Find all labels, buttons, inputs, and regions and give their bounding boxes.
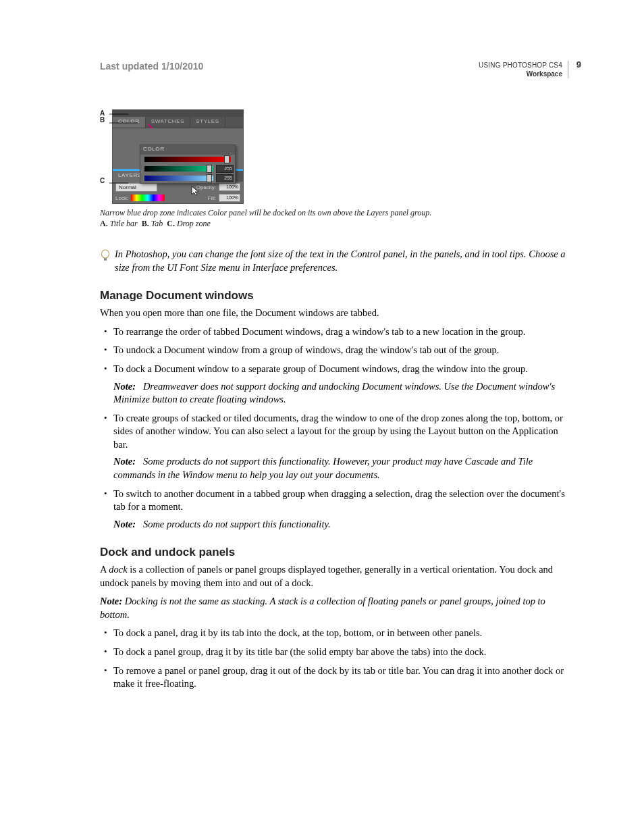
svg-marker-5 (192, 186, 198, 195)
note-label: Note: (113, 456, 136, 467)
list-item-text: To switch to another document in a tabbe… (113, 488, 565, 513)
legend-c-key: C. (167, 219, 175, 228)
section2-list: To dock a panel, drag it by its tab into… (100, 627, 568, 690)
opacity-value: 100% (219, 183, 240, 191)
slider-r (144, 157, 231, 162)
tab-styles: STYLES (190, 117, 225, 128)
floating-panel-title: COLOR (140, 145, 235, 155)
note-label: Note: (113, 519, 136, 529)
cursor-icon (190, 185, 201, 196)
list-item: To rearrange the order of tabbed Documen… (100, 325, 568, 339)
list-item: To create groups of stacked or tiled doc… (100, 412, 568, 482)
panel1-tabs: COLOR SWATCHES STYLES (113, 117, 243, 128)
tab-color: COLOR (113, 117, 146, 128)
tab-swatches: SWATCHES (146, 117, 191, 128)
caption-text: Narrow blue drop zone indicates Color pa… (100, 208, 568, 219)
section1-list: To rearrange the order of tabbed Documen… (100, 325, 568, 531)
figure-callouts: A B C (100, 109, 112, 184)
callout-a: A (100, 109, 112, 116)
blend-mode-select: Normal (115, 183, 157, 192)
layers-lock-row: Lock: Fill: 100% (113, 192, 243, 203)
slider-row-g: 255 (140, 164, 235, 174)
section1-intro: When you open more than one file, the Do… (100, 307, 568, 320)
slider-thumb (207, 165, 212, 173)
slider-b (144, 176, 213, 181)
callout-b: B (100, 116, 112, 177)
lock-label: Lock: (115, 195, 128, 201)
page-header: Last updated 1/10/2010 USING PHOTOSHOP C… (100, 61, 568, 78)
header-doc-title: USING PHOTOSHOP CS4 Workspace 9 (479, 61, 568, 78)
header-doc-line1: USING PHOTOSHOP CS4 (479, 61, 562, 70)
list-item-text: To dock a Document window to a separate … (113, 363, 528, 374)
figure-caption: Narrow blue drop zone indicates Color pa… (100, 208, 568, 229)
note-label: Note: (113, 381, 136, 392)
header-doc-line2: Workspace (479, 70, 562, 78)
note-body: Some products do not support this functi… (143, 519, 331, 529)
note-body: Some products do not support this functi… (113, 456, 533, 480)
panel1-body: COLOR 255 255 (113, 128, 243, 169)
slider-value: 255 (216, 165, 234, 173)
intro-post: is a collection of panels or panel group… (100, 564, 553, 588)
fill-label: Fill: (208, 195, 216, 201)
panel-titlebar (113, 110, 243, 117)
list-item: To dock a panel, drag it by its tab into… (100, 627, 568, 640)
fill-value: 100% (219, 194, 240, 202)
note-body: Dreamweaver does not support docking and… (113, 381, 555, 405)
note: Note: Docking is not the same as stackin… (100, 595, 568, 621)
section2-intro: A dock is a collection of panels or pane… (100, 563, 568, 590)
page: Last updated 1/10/2010 USING PHOTOSHOP C… (0, 0, 644, 834)
note: Note: Some products do not support this … (113, 518, 568, 531)
note: Note: Dreamweaver does not support docki… (113, 380, 568, 407)
slider-row-b: 255 (140, 174, 235, 183)
list-item: To switch to another document in a tabbe… (100, 488, 568, 531)
slider-value: 255 (216, 174, 234, 182)
legend-c-text: Drop zone (177, 219, 211, 228)
tip-text: In Photoshop, you can change the font si… (115, 248, 568, 274)
legend-a-text: Title bar (110, 219, 138, 228)
slider-row-r (140, 155, 235, 164)
figure-legend: A. Title bar B. Tab C. Drop zone (100, 219, 568, 230)
heading-manage-document-windows: Manage Document windows (100, 289, 568, 303)
list-item: To undock a Document window from a group… (100, 344, 568, 357)
svg-point-6 (102, 250, 109, 258)
intro-pre: A (100, 564, 109, 575)
content: A B C COLOR SWATCHES STYLES (100, 109, 568, 691)
legend-b-text: Tab (151, 219, 163, 228)
lightbulb-icon (100, 248, 111, 265)
list-item: To remove a panel or panel group, drag i… (100, 664, 568, 691)
heading-dock-undock-panels: Dock and undock panels (100, 546, 568, 559)
callout-c: C (100, 177, 112, 184)
intro-term: dock (109, 564, 127, 575)
page-number: 9 (576, 59, 581, 71)
list-item: To dock a Document window to a separate … (100, 363, 568, 407)
header-last-updated: Last updated 1/10/2010 (100, 61, 203, 72)
legend-b-key: B. (142, 219, 149, 228)
figure: A B C COLOR SWATCHES STYLES (100, 109, 568, 204)
lock-icons (131, 194, 165, 201)
list-item-text: To create groups of stacked or tiled doc… (113, 413, 563, 450)
legend-a-key: A. (100, 219, 108, 228)
slider-thumb (207, 174, 212, 182)
slider-thumb (224, 155, 230, 163)
floating-color-panel: COLOR 255 255 (140, 145, 236, 184)
note-body: Docking is not the same as stacking. A s… (100, 596, 545, 620)
note: Note: Some products do not support this … (113, 455, 568, 481)
tip: In Photoshop, you can change the font si… (100, 248, 568, 274)
list-item: To dock a panel group, drag it by its ti… (100, 646, 568, 659)
panel-screenshot: COLOR SWATCHES STYLES COLOR 255 (112, 109, 244, 204)
note-label: Note: (100, 596, 122, 606)
slider-g (144, 166, 213, 172)
